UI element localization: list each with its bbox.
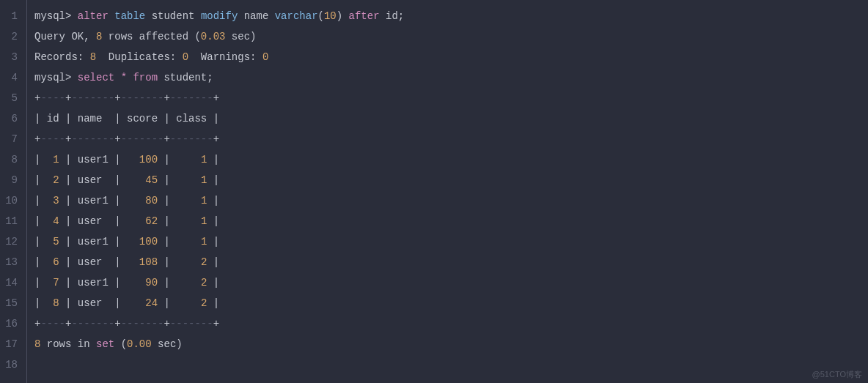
token-ident: | <box>158 256 201 268</box>
token-ident: student; <box>158 72 213 83</box>
token-ident: + <box>213 92 219 104</box>
token-dim: ---- <box>40 92 65 104</box>
line-number: 17 <box>0 334 21 354</box>
token-num: 0.00 <box>127 338 152 350</box>
code-line[interactable]: | 4 | user | 62 | 1 | <box>34 211 404 231</box>
code-editor[interactable]: 123456789101112131415161718 mysql> alter… <box>0 0 868 383</box>
line-number: 3 <box>0 47 21 67</box>
token-dim: ------- <box>71 318 114 330</box>
token-ident: | <box>34 195 53 207</box>
token-ident: name <box>238 10 274 22</box>
token-num: 100 <box>139 154 158 166</box>
token-ident: rows affected ( <box>102 31 200 42</box>
token-kw1: set <box>96 338 114 350</box>
code-line[interactable]: | 5 | user1 | 100 | 1 | <box>34 231 404 252</box>
line-number: 16 <box>0 313 21 334</box>
token-ident: + <box>114 133 120 145</box>
code-line[interactable]: 8 rows in set (0.00 sec) <box>34 334 404 354</box>
token-ident: | <box>207 154 219 166</box>
watermark-text: @51CTO博客 <box>812 369 862 380</box>
token-ident: | <box>158 195 201 207</box>
code-line[interactable]: +----+-------+-------+-------+ <box>34 88 404 108</box>
line-number: 13 <box>0 252 21 272</box>
token-dim: ------- <box>71 133 114 145</box>
token-ident <box>108 10 114 22</box>
token-kw1: alter <box>78 10 108 22</box>
token-ident: | <box>34 236 53 248</box>
token-ident: Query OK, <box>34 31 96 42</box>
token-num: 0.03 <box>201 31 226 42</box>
token-ident: + <box>163 318 169 330</box>
line-number: 11 <box>0 211 21 231</box>
token-num: 8 <box>53 297 59 309</box>
code-line[interactable]: | 3 | user1 | 80 | 1 | <box>34 190 404 211</box>
line-number: 14 <box>0 272 21 293</box>
token-ident: ( <box>114 338 127 350</box>
line-number: 4 <box>0 67 21 88</box>
token-num: 62 <box>145 215 158 227</box>
token-ident: student <box>145 10 201 22</box>
token-ident: | <box>34 277 53 289</box>
token-ident: | <box>207 215 219 227</box>
token-ident: Records: <box>34 51 90 63</box>
token-ident: | <box>158 236 201 248</box>
token-num: 0 <box>183 51 188 63</box>
token-kw1: from <box>133 72 158 83</box>
token-ident: mysql> <box>34 72 78 83</box>
code-line[interactable]: +----+-------+-------+-------+ <box>34 129 404 149</box>
token-star: * <box>121 72 127 83</box>
token-ident: | <box>158 174 201 186</box>
token-num: 5 <box>53 236 59 248</box>
code-line[interactable]: Query OK, 8 rows affected (0.03 sec) <box>34 26 404 47</box>
token-ident: Duplicates: <box>96 51 183 63</box>
code-line[interactable]: mysql> select * from student; <box>34 67 404 88</box>
token-dim: ---- <box>40 318 65 330</box>
token-num: 7 <box>53 277 59 289</box>
code-line[interactable]: +----+-------+-------+-------+ <box>34 313 404 334</box>
token-ident: | user | <box>59 215 146 227</box>
token-num: 3 <box>53 195 59 207</box>
token-ident: id; <box>380 10 405 22</box>
token-dim: ------- <box>121 92 164 104</box>
token-dim: ------- <box>170 133 213 145</box>
token-ident: | user | <box>59 297 146 309</box>
line-number: 15 <box>0 293 21 313</box>
token-ident: | user1 | <box>59 277 146 289</box>
code-line[interactable]: | 2 | user | 45 | 1 | <box>34 170 404 190</box>
code-line[interactable]: | 6 | user | 108 | 2 | <box>34 252 404 272</box>
code-line[interactable]: | 1 | user1 | 100 | 1 | <box>34 149 404 170</box>
token-dim: ------- <box>170 318 213 330</box>
token-ident: | user | <box>59 256 139 268</box>
code-area[interactable]: mysql> alter table student modify name v… <box>27 0 411 383</box>
token-ident: mysql> <box>34 10 78 22</box>
token-ident: | user1 | <box>59 154 139 166</box>
token-num: 80 <box>145 195 158 207</box>
line-number: 10 <box>0 190 21 211</box>
token-ident: | <box>34 215 53 227</box>
token-ident: + <box>213 318 219 330</box>
token-kw2: modify <box>201 10 238 22</box>
token-ident: | <box>158 297 201 309</box>
token-ident: | id | name | score | class | <box>34 113 219 124</box>
line-number: 8 <box>0 149 21 170</box>
token-ident: | user | <box>59 174 146 186</box>
code-line[interactable]: | 7 | user1 | 90 | 2 | <box>34 272 404 293</box>
token-kw2: table <box>114 10 145 22</box>
code-line[interactable]: | id | name | score | class | <box>34 108 404 129</box>
line-number: 7 <box>0 129 21 149</box>
code-line[interactable]: Records: 8 Duplicates: 0 Warnings: 0 <box>34 47 404 67</box>
token-ident: | <box>158 215 201 227</box>
token-ident: | <box>34 297 53 309</box>
token-ident: | <box>207 297 219 309</box>
token-kw1: select <box>78 72 114 83</box>
token-ident: sec) <box>225 31 256 42</box>
line-number: 2 <box>0 26 21 47</box>
token-num: 1 <box>53 154 59 166</box>
token-num: 10 <box>324 10 336 22</box>
token-dim: ------- <box>71 92 114 104</box>
token-dim: ---- <box>40 133 65 145</box>
code-line[interactable]: | 8 | user | 24 | 2 | <box>34 293 404 313</box>
token-kw1: after <box>349 10 380 22</box>
code-line[interactable]: mysql> alter table student modify name v… <box>34 6 404 26</box>
token-ident <box>114 72 120 83</box>
